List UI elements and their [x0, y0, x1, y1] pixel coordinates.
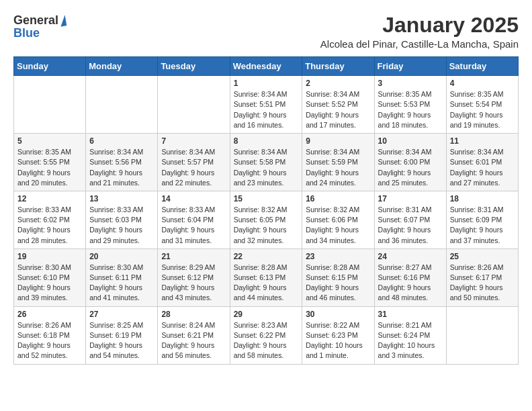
- calendar-cell: 1Sunrise: 8:34 AM Sunset: 5:51 PM Daylig…: [230, 76, 302, 134]
- day-number: 5: [17, 136, 82, 146]
- calendar-cell: [86, 76, 158, 134]
- day-number: 10: [378, 136, 443, 146]
- day-number: 15: [234, 194, 299, 203]
- day-info: Sunrise: 8:24 AM Sunset: 6:21 PM Dayligh…: [161, 320, 226, 361]
- day-info: Sunrise: 8:31 AM Sunset: 6:07 PM Dayligh…: [378, 205, 443, 246]
- calendar-cell: 3Sunrise: 8:35 AM Sunset: 5:53 PM Daylig…: [374, 76, 446, 134]
- day-number: 21: [161, 252, 226, 261]
- calendar-cell: 10Sunrise: 8:34 AM Sunset: 6:00 PM Dayli…: [374, 134, 446, 191]
- logo-general-text: General: [13, 13, 58, 28]
- calendar-cell: 15Sunrise: 8:32 AM Sunset: 6:05 PM Dayli…: [230, 191, 302, 248]
- day-info: Sunrise: 8:31 AM Sunset: 6:09 PM Dayligh…: [450, 205, 515, 246]
- day-number: 18: [450, 194, 515, 203]
- day-number: 2: [306, 79, 370, 88]
- day-number: 26: [17, 310, 82, 319]
- calendar-week-row: 26Sunrise: 8:26 AM Sunset: 6:18 PM Dayli…: [14, 306, 519, 364]
- day-number: 17: [378, 194, 443, 203]
- day-number: 22: [234, 252, 299, 261]
- day-info: Sunrise: 8:33 AM Sunset: 6:04 PM Dayligh…: [161, 205, 226, 246]
- calendar-cell: 8Sunrise: 8:34 AM Sunset: 5:58 PM Daylig…: [230, 134, 302, 191]
- weekday-header-thursday: Thursday: [302, 57, 374, 76]
- day-info: Sunrise: 8:33 AM Sunset: 6:02 PM Dayligh…: [17, 205, 82, 246]
- day-info: Sunrise: 8:34 AM Sunset: 5:59 PM Dayligh…: [306, 147, 370, 188]
- calendar-cell: 24Sunrise: 8:27 AM Sunset: 6:16 PM Dayli…: [374, 248, 446, 306]
- day-info: Sunrise: 8:29 AM Sunset: 6:12 PM Dayligh…: [161, 263, 226, 304]
- calendar-cell: 26Sunrise: 8:26 AM Sunset: 6:18 PM Dayli…: [14, 306, 86, 364]
- day-number: 12: [17, 194, 82, 203]
- day-info: Sunrise: 8:26 AM Sunset: 6:17 PM Dayligh…: [450, 263, 515, 304]
- calendar-cell: 23Sunrise: 8:28 AM Sunset: 6:15 PM Dayli…: [302, 248, 374, 306]
- day-info: Sunrise: 8:35 AM Sunset: 5:53 PM Dayligh…: [378, 89, 443, 130]
- day-info: Sunrise: 8:23 AM Sunset: 6:22 PM Dayligh…: [234, 320, 299, 361]
- logo: General Blue: [13, 13, 66, 40]
- day-number: 9: [306, 136, 370, 146]
- day-number: 24: [378, 252, 443, 261]
- day-info: Sunrise: 8:35 AM Sunset: 5:55 PM Dayligh…: [17, 147, 82, 188]
- day-number: 6: [89, 136, 154, 146]
- day-info: Sunrise: 8:27 AM Sunset: 6:16 PM Dayligh…: [378, 263, 443, 304]
- calendar-cell: 9Sunrise: 8:34 AM Sunset: 5:59 PM Daylig…: [302, 134, 374, 191]
- day-number: 16: [306, 194, 370, 203]
- title-area: January 2025 Alcolea del Pinar, Castille…: [320, 13, 519, 50]
- day-info: Sunrise: 8:28 AM Sunset: 6:13 PM Dayligh…: [234, 263, 299, 304]
- day-number: 23: [306, 252, 370, 261]
- calendar-cell: 29Sunrise: 8:23 AM Sunset: 6:22 PM Dayli…: [230, 306, 302, 364]
- calendar-cell: 13Sunrise: 8:33 AM Sunset: 6:03 PM Dayli…: [86, 191, 158, 248]
- calendar-week-row: 1Sunrise: 8:34 AM Sunset: 5:51 PM Daylig…: [14, 76, 519, 134]
- calendar-cell: 17Sunrise: 8:31 AM Sunset: 6:07 PM Dayli…: [374, 191, 446, 248]
- day-number: 28: [161, 310, 226, 319]
- day-number: 27: [89, 310, 154, 319]
- day-info: Sunrise: 8:34 AM Sunset: 6:01 PM Dayligh…: [450, 147, 515, 188]
- calendar-cell: 30Sunrise: 8:22 AM Sunset: 6:23 PM Dayli…: [302, 306, 374, 364]
- day-number: 7: [161, 136, 226, 146]
- calendar-cell: 4Sunrise: 8:35 AM Sunset: 5:54 PM Daylig…: [446, 76, 518, 134]
- day-info: Sunrise: 8:26 AM Sunset: 6:18 PM Dayligh…: [17, 320, 82, 361]
- weekday-header-sunday: Sunday: [14, 57, 86, 76]
- day-info: Sunrise: 8:35 AM Sunset: 5:54 PM Dayligh…: [450, 89, 515, 130]
- day-info: Sunrise: 8:30 AM Sunset: 6:11 PM Dayligh…: [89, 263, 154, 304]
- day-number: 31: [378, 310, 443, 319]
- calendar-cell: 27Sunrise: 8:25 AM Sunset: 6:19 PM Dayli…: [86, 306, 158, 364]
- logo-blue-text: Blue: [13, 26, 40, 40]
- day-number: 1: [234, 79, 299, 88]
- calendar-week-row: 19Sunrise: 8:30 AM Sunset: 6:10 PM Dayli…: [14, 248, 519, 306]
- weekday-header-tuesday: Tuesday: [158, 57, 230, 76]
- page-header: General Blue January 2025 Alcolea del Pi…: [13, 13, 519, 50]
- day-info: Sunrise: 8:25 AM Sunset: 6:19 PM Dayligh…: [89, 320, 154, 361]
- calendar-cell: 21Sunrise: 8:29 AM Sunset: 6:12 PM Dayli…: [158, 248, 230, 306]
- calendar-cell: 20Sunrise: 8:30 AM Sunset: 6:11 PM Dayli…: [86, 248, 158, 306]
- location: Alcolea del Pinar, Castille-La Mancha, S…: [320, 38, 519, 50]
- day-info: Sunrise: 8:21 AM Sunset: 6:24 PM Dayligh…: [378, 320, 443, 361]
- day-info: Sunrise: 8:34 AM Sunset: 5:57 PM Dayligh…: [161, 147, 226, 188]
- calendar-cell: 16Sunrise: 8:32 AM Sunset: 6:06 PM Dayli…: [302, 191, 374, 248]
- day-number: 29: [234, 310, 299, 319]
- day-info: Sunrise: 8:28 AM Sunset: 6:15 PM Dayligh…: [306, 263, 370, 304]
- day-info: Sunrise: 8:22 AM Sunset: 6:23 PM Dayligh…: [306, 320, 370, 361]
- calendar-cell: 2Sunrise: 8:34 AM Sunset: 5:52 PM Daylig…: [302, 76, 374, 134]
- day-number: 11: [450, 136, 515, 146]
- calendar-cell: 31Sunrise: 8:21 AM Sunset: 6:24 PM Dayli…: [374, 306, 446, 364]
- day-info: Sunrise: 8:32 AM Sunset: 6:06 PM Dayligh…: [306, 205, 370, 246]
- day-number: 19: [17, 252, 82, 261]
- calendar-cell: 14Sunrise: 8:33 AM Sunset: 6:04 PM Dayli…: [158, 191, 230, 248]
- month-title: January 2025: [320, 13, 519, 37]
- day-info: Sunrise: 8:30 AM Sunset: 6:10 PM Dayligh…: [17, 263, 82, 304]
- day-number: 4: [450, 79, 515, 88]
- calendar-cell: 11Sunrise: 8:34 AM Sunset: 6:01 PM Dayli…: [446, 134, 518, 191]
- calendar-cell: 12Sunrise: 8:33 AM Sunset: 6:02 PM Dayli…: [14, 191, 86, 248]
- calendar-table: SundayMondayTuesdayWednesdayThursdayFrid…: [13, 56, 519, 364]
- weekday-header-saturday: Saturday: [446, 57, 518, 76]
- calendar-cell: 25Sunrise: 8:26 AM Sunset: 6:17 PM Dayli…: [446, 248, 518, 306]
- logo-triangle-icon: [59, 15, 67, 26]
- day-info: Sunrise: 8:34 AM Sunset: 5:52 PM Dayligh…: [306, 89, 370, 130]
- weekday-header-friday: Friday: [374, 57, 446, 76]
- calendar-cell: 6Sunrise: 8:34 AM Sunset: 5:56 PM Daylig…: [86, 134, 158, 191]
- calendar-cell: 28Sunrise: 8:24 AM Sunset: 6:21 PM Dayli…: [158, 306, 230, 364]
- calendar-cell: 19Sunrise: 8:30 AM Sunset: 6:10 PM Dayli…: [14, 248, 86, 306]
- weekday-header-monday: Monday: [86, 57, 158, 76]
- weekday-header-wednesday: Wednesday: [230, 57, 302, 76]
- day-number: 3: [378, 79, 443, 88]
- day-number: 14: [161, 194, 226, 203]
- day-number: 20: [89, 252, 154, 261]
- day-info: Sunrise: 8:33 AM Sunset: 6:03 PM Dayligh…: [89, 205, 154, 246]
